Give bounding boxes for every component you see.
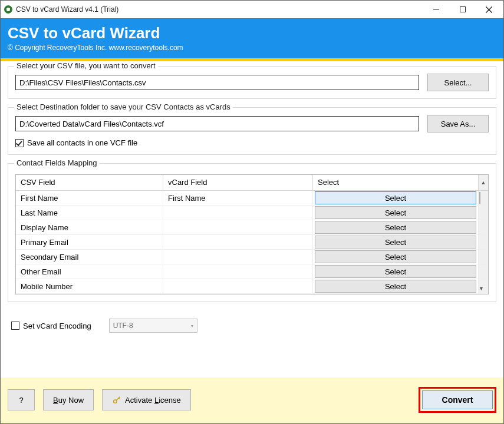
bottom-bar: ? Buy Now Activate License Convert [1,377,503,423]
cell-vcard [163,220,313,235]
encoding-combo-value: UTF-8 [113,322,133,330]
col-csv[interactable]: CSV Field [16,175,163,191]
cell-csv: First Name [16,191,163,206]
cell-vcard [163,264,313,279]
cell-csv: Other Email [16,264,163,279]
convert-button[interactable]: Convert [422,390,493,409]
svg-point-4 [114,400,117,403]
encoding-row: Set vCard Encoding UTF-8 ▾ [8,306,496,335]
row-select-button[interactable]: Select [315,191,476,204]
activate-post: icense [159,396,181,405]
cell-csv: Display Name [16,220,163,235]
cell-vcard: First Name [163,191,313,206]
col-select[interactable]: Select [313,175,479,191]
set-encoding-checkbox[interactable] [11,322,19,330]
destination-path-input[interactable] [15,116,419,131]
row-select-button[interactable]: Select [315,250,476,263]
source-group: Select your CSV file, you want to conver… [8,66,496,99]
mapping-group: Contact Fields Mapping CSV Field vCard F… [8,163,496,302]
table-header-row: CSV Field vCard Field Select ▲ [16,175,488,191]
row-select-button[interactable]: Select [315,221,476,234]
set-encoding-label: Set vCard Encoding [23,322,91,330]
table-row: Display Name Select [16,220,488,235]
cell-csv: Secondary Email [16,250,163,264]
destination-group: Select Destination folder to save your C… [8,107,496,155]
scroll-down-button[interactable]: ▼ [479,279,488,294]
save-all-label: Save all contacts in one VCF file [27,138,137,147]
cell-csv: Last Name [16,206,163,220]
destination-legend: Select Destination folder to save your C… [14,102,233,111]
cell-csv: Primary Email [16,235,163,250]
app-subtitle: © Copyright RecoveryTools Inc. www.recov… [8,44,496,52]
save-as-button[interactable]: Save As... [427,115,489,132]
convert-label: Convert [442,395,473,405]
svg-line-6 [118,398,120,399]
cell-vcard [163,250,313,264]
window-title: CSV to vCard Wizard v4.1 (Trial) [16,5,423,14]
table-row: Other Email Select [16,264,488,279]
cell-csv: Mobile Number [16,279,163,294]
titlebar: CSV to vCard Wizard v4.1 (Trial) [1,1,503,18]
source-path-input[interactable] [15,75,419,90]
scroll-up-button[interactable]: ▲ [479,175,488,191]
select-source-button[interactable]: Select... [427,74,489,91]
app-title: CSV to vCard Wizard [8,22,496,44]
chevron-down-icon: ▾ [191,323,193,329]
mapping-table: CSV Field vCard Field Select ▲ First Nam… [15,174,489,294]
buy-now-button[interactable]: Buy Now [43,389,94,410]
cell-vcard [163,279,313,294]
buy-rest: uy Now [58,396,84,405]
key-icon [112,395,121,405]
activate-license-button[interactable]: Activate License [102,389,191,410]
help-button[interactable]: ? [8,389,35,410]
encoding-combo[interactable]: UTF-8 ▾ [109,319,197,333]
table-row: Last Name Select [16,206,488,220]
mapping-legend: Contact Fields Mapping [14,158,100,167]
save-all-checkbox[interactable] [15,139,24,147]
svg-rect-1 [460,7,465,12]
scrollbar-thumb[interactable] [479,192,480,204]
close-button[interactable] [476,1,502,18]
row-select-button[interactable]: Select [315,280,476,293]
app-icon [4,5,12,14]
cell-vcard [163,206,313,220]
row-select-button[interactable]: Select [315,236,476,249]
table-row: Mobile Number Select ▼ [16,279,488,294]
maximize-button[interactable] [449,1,476,18]
cell-vcard [163,235,313,250]
header-band: CSV to vCard Wizard © Copyright Recovery… [1,18,503,58]
minimize-button[interactable] [423,1,449,18]
row-select-button[interactable]: Select [315,265,476,278]
buy-underline: B [53,396,58,405]
col-vcard[interactable]: vCard Field [163,175,313,191]
activate-pre: Activate [125,396,154,405]
help-label: ? [19,396,23,405]
table-row: First Name First Name Select [16,191,488,206]
convert-highlight: Convert [419,387,496,413]
table-row: Primary Email Select [16,235,488,250]
table-row: Secondary Email Select [16,250,488,264]
row-select-button[interactable]: Select [315,206,476,219]
source-legend: Select your CSV file, you want to conver… [14,61,158,70]
